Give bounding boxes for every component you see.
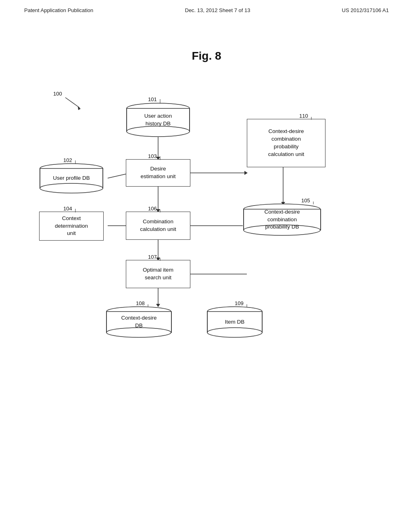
box-104: Contextdeterminationunit <box>39 212 104 241</box>
svg-point-31 <box>40 183 103 193</box>
box-106: Combinationcalculation unit <box>126 212 190 240</box>
box-104-label: Contextdeterminationunit <box>55 215 88 238</box>
box-101: User actionhistory DB <box>126 103 190 137</box>
header-date-sheet: Dec. 13, 2012 Sheet 7 of 13 <box>185 7 250 13</box>
box-102: User profile DB <box>39 163 104 193</box>
box-108: Context-desireDB <box>106 306 172 338</box>
ref-100-arrow <box>57 96 90 112</box>
box-105: Context-desirecombinationprobability DB <box>243 204 321 236</box>
header: Patent Application Publication Dec. 13, … <box>0 0 413 17</box>
svg-marker-13 <box>244 171 248 175</box>
box-102-label: User profile DB <box>53 175 90 182</box>
svg-point-53 <box>207 328 262 337</box>
box-103: Desireestimation unit <box>126 159 190 187</box>
box-103-label: Desireestimation unit <box>140 165 175 181</box>
box-101-label: User actionhistory DB <box>144 112 172 128</box>
box-109-label: Item DB <box>225 318 245 326</box>
diagram: 100 User actionhistory DB 101 Desireesti… <box>33 79 380 441</box>
box-108-label: Context-desireDB <box>121 314 157 330</box>
svg-point-24 <box>127 126 190 137</box>
box-105-label: Context-desirecombinationprobability DB <box>265 208 300 231</box>
figure-title: Fig. 8 <box>0 50 413 62</box>
arrows-overlay <box>33 79 380 441</box>
box-109: Item DB <box>206 306 263 338</box>
svg-marker-21 <box>78 106 81 110</box>
header-publication-label: Patent Application Publication <box>24 7 93 13</box>
header-patent-number: US 2012/317106 A1 <box>342 7 389 13</box>
box-110-label: Context-desirecombinationprobabilitycalc… <box>268 128 304 158</box>
svg-line-20 <box>65 98 79 108</box>
box-106-label: Combinationcalculation unit <box>140 218 176 233</box>
box-110: Context-desirecombinationprobabilitycalc… <box>247 119 325 167</box>
page: Patent Application Publication Dec. 13, … <box>0 0 413 532</box>
